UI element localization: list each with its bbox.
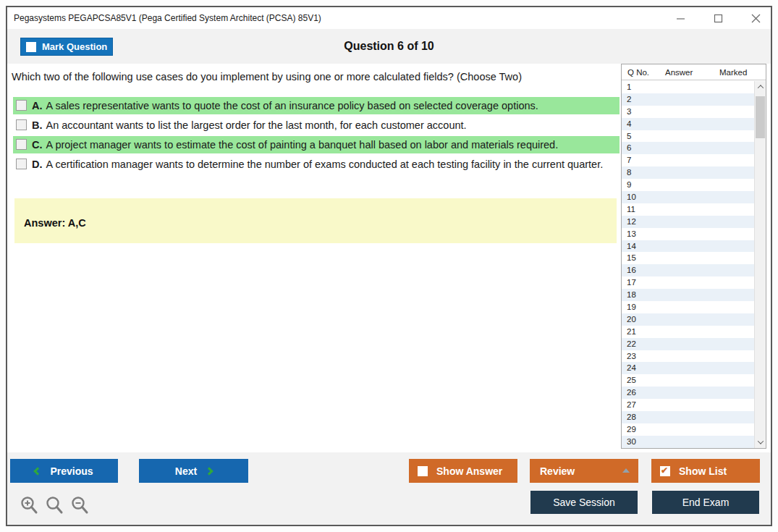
- question-row[interactable]: 30: [622, 436, 754, 448]
- option-checkbox[interactable]: [16, 139, 27, 150]
- triangle-up-icon: [622, 468, 630, 473]
- question-row[interactable]: 3: [622, 106, 754, 118]
- question-row[interactable]: 17: [622, 276, 754, 289]
- question-row[interactable]: 14: [622, 240, 754, 253]
- scroll-down-icon[interactable]: [755, 436, 766, 448]
- question-row[interactable]: 20: [622, 313, 754, 326]
- zoom-toolbar: [20, 496, 90, 515]
- exam-window: Pegasystems PEGAPCSA85V1 (Pega Certified…: [6, 6, 772, 526]
- mark-question-button[interactable]: Mark Question: [20, 38, 113, 56]
- show-list-button[interactable]: Show List: [651, 459, 760, 483]
- previous-button[interactable]: Previous: [10, 459, 118, 483]
- title-bar: Pegasystems PEGAPCSA85V1 (Pega Certified…: [7, 7, 771, 29]
- header-strip: Question 6 of 10 Mark Question: [7, 29, 771, 64]
- minimize-icon[interactable]: [675, 13, 685, 23]
- window-title: Pegasystems PEGAPCSA85V1 (Pega Certified…: [14, 13, 321, 23]
- question-row[interactable]: 19: [622, 301, 754, 313]
- option-row[interactable]: D.A certification manager wants to deter…: [13, 156, 620, 173]
- show-list-label: Show List: [679, 465, 727, 477]
- question-row[interactable]: 1: [622, 81, 754, 93]
- question-row[interactable]: 16: [622, 264, 754, 276]
- question-row[interactable]: 8: [622, 166, 754, 179]
- scroll-up-icon[interactable]: [755, 81, 766, 93]
- end-exam-label: End Exam: [682, 497, 730, 508]
- chevron-left-icon: [34, 467, 42, 475]
- question-counter: Question 6 of 10: [7, 29, 771, 64]
- question-row[interactable]: 24: [622, 362, 754, 374]
- maximize-icon[interactable]: [713, 13, 723, 23]
- question-row[interactable]: 9: [622, 179, 754, 191]
- col-header-marked: Marked: [719, 68, 766, 77]
- option-checkbox[interactable]: [16, 159, 27, 169]
- question-row[interactable]: 22: [622, 338, 754, 350]
- option-text: C.A project manager wants to estimate th…: [32, 138, 558, 152]
- option-row[interactable]: B.An accountant wants to list the larges…: [13, 117, 620, 134]
- option-text: B.An accountant wants to list the larges…: [32, 118, 467, 132]
- question-row[interactable]: 2: [622, 93, 754, 106]
- save-session-label: Save Session: [553, 497, 615, 508]
- zoom-out-icon[interactable]: [71, 496, 90, 515]
- question-row[interactable]: 23: [622, 350, 754, 363]
- option-checkbox[interactable]: [16, 100, 27, 111]
- answer-box: Answer: A,C: [14, 198, 617, 243]
- previous-label: Previous: [50, 465, 93, 477]
- col-header-answer: Answer: [665, 68, 719, 77]
- save-session-button[interactable]: Save Session: [530, 491, 638, 514]
- review-button[interactable]: Review: [530, 459, 638, 483]
- question-row[interactable]: 15: [622, 252, 754, 264]
- question-row[interactable]: 21: [622, 326, 754, 338]
- question-row[interactable]: 5: [622, 130, 754, 143]
- option-text: D.A certification manager wants to deter…: [32, 157, 603, 172]
- col-header-qno: Q No.: [622, 68, 665, 77]
- mark-question-label: Mark Question: [42, 41, 107, 52]
- show-answer-button[interactable]: Show Answer: [409, 459, 517, 483]
- question-list-scrollbar[interactable]: [754, 81, 766, 448]
- question-row[interactable]: 6: [622, 142, 754, 154]
- question-list-panel: Q No. Answer Marked 1 2 3 4 5 6 7 8 9: [621, 64, 766, 449]
- question-row[interactable]: 25: [622, 374, 754, 387]
- answer-text: Answer: A,C: [24, 217, 86, 229]
- option-row[interactable]: C.A project manager wants to estimate th…: [13, 136, 620, 153]
- show-answer-label: Show Answer: [436, 465, 502, 477]
- question-row[interactable]: 7: [622, 154, 754, 166]
- next-label: Next: [175, 465, 197, 477]
- mark-question-checkbox[interactable]: [26, 42, 36, 52]
- question-row[interactable]: 27: [622, 399, 754, 411]
- next-button[interactable]: Next: [139, 459, 248, 483]
- chevron-right-icon: [206, 467, 213, 475]
- question-row[interactable]: 13: [622, 228, 754, 240]
- window-controls: [675, 7, 761, 29]
- question-list-header: Q No. Answer Marked: [622, 64, 766, 80]
- review-label: Review: [540, 465, 575, 477]
- end-exam-button[interactable]: End Exam: [652, 491, 759, 514]
- options-list: A.A sales representative wants to quote …: [13, 97, 620, 175]
- question-text: Which two of the following use cases do …: [12, 71, 616, 83]
- question-row[interactable]: 29: [622, 423, 754, 436]
- question-rows: 1 2 3 4 5 6 7 8 9 10 11 12: [622, 81, 754, 448]
- zoom-in-icon[interactable]: [20, 496, 39, 515]
- option-text: A.A sales representative wants to quote …: [32, 98, 538, 113]
- footer-bar: Previous Next Show Answer Review Show Li…: [7, 452, 771, 525]
- option-row[interactable]: A.A sales representative wants to quote …: [13, 97, 620, 114]
- question-row[interactable]: 12: [622, 216, 754, 228]
- question-row[interactable]: 4: [622, 118, 754, 130]
- option-checkbox[interactable]: [16, 119, 27, 130]
- show-answer-checkbox[interactable]: [418, 466, 428, 476]
- show-list-checkbox[interactable]: [660, 466, 670, 476]
- zoom-reset-icon[interactable]: [46, 496, 64, 515]
- question-row[interactable]: 28: [622, 411, 754, 423]
- close-icon[interactable]: [750, 13, 761, 23]
- question-row[interactable]: 11: [622, 203, 754, 216]
- question-row[interactable]: 18: [622, 289, 754, 301]
- question-row[interactable]: 26: [622, 387, 754, 399]
- question-row[interactable]: 10: [622, 191, 754, 203]
- scrollbar-thumb[interactable]: [756, 96, 765, 138]
